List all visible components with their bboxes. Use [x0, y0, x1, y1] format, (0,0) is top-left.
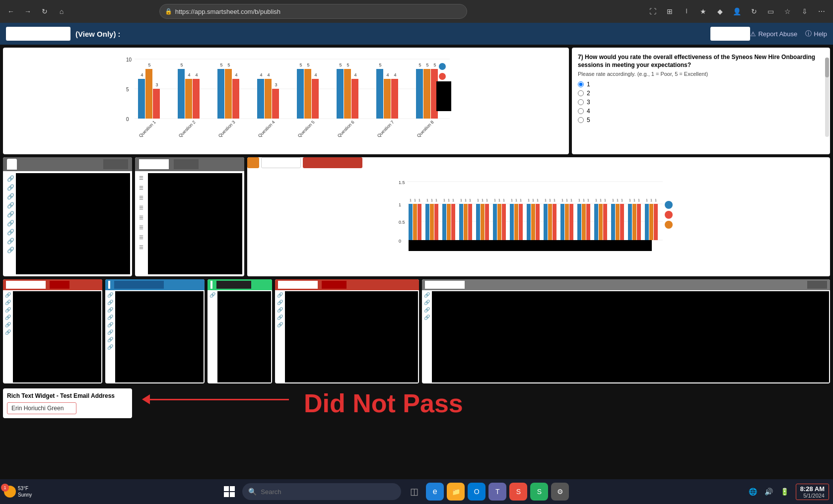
sp2-link-1[interactable]: 🔗: [107, 292, 114, 298]
sp2-link-5[interactable]: 🔗: [107, 322, 114, 327]
svg-text:4: 4: [195, 72, 198, 77]
sync-icon[interactable]: ↻: [747, 4, 762, 19]
sp4-tab[interactable]: [278, 281, 318, 289]
sp4-link-2[interactable]: 🔗: [277, 300, 284, 305]
panel2-tab2[interactable]: [174, 159, 199, 169]
sp5-tab[interactable]: [425, 281, 465, 289]
sp4-tab2[interactable]: [322, 281, 347, 289]
refresh-button[interactable]: ↻: [38, 4, 52, 18]
sp2-link-6[interactable]: 🔗: [107, 329, 114, 335]
link-icon-6[interactable]: 🔗: [7, 220, 14, 227]
split-icon[interactable]: ▭: [764, 4, 778, 19]
sp5-expand[interactable]: [807, 281, 827, 289]
chart-tab-2[interactable]: [261, 157, 301, 168]
sp1-tab[interactable]: [6, 281, 46, 289]
sp5-link-2[interactable]: 🔗: [424, 300, 431, 305]
app6-icon[interactable]: S: [530, 483, 548, 501]
sp4-link-4[interactable]: 🔗: [277, 315, 284, 320]
sp1-link-3[interactable]: 🔗: [5, 307, 12, 313]
bookmark-icon[interactable]: ☆: [780, 4, 795, 19]
sp4-link-1[interactable]: 🔗: [277, 292, 284, 298]
taskbar-search-bar[interactable]: 🔍: [242, 483, 401, 500]
sp2-link-8[interactable]: 🔗: [107, 344, 114, 350]
home-button[interactable]: ⌂: [55, 4, 69, 18]
forward-button[interactable]: →: [21, 4, 35, 18]
chart-tab-1[interactable]: [247, 157, 259, 168]
screen-share-icon[interactable]: ⛶: [645, 4, 660, 19]
text-icon-5: ☰: [139, 215, 146, 222]
edge-browser-icon[interactable]: e: [426, 483, 444, 501]
sp1-link-2[interactable]: 🔗: [5, 300, 12, 305]
settings-icon[interactable]: ⋯: [814, 4, 829, 19]
link-icon-2[interactable]: 🔗: [7, 184, 14, 191]
sp1-link-5[interactable]: 🔗: [5, 322, 12, 327]
address-bar[interactable]: 🔒: [159, 4, 467, 19]
sp1-tab2[interactable]: [50, 281, 69, 289]
task-view-button[interactable]: ◫: [405, 483, 423, 501]
sp2-link-3[interactable]: 🔗: [107, 307, 114, 313]
link-icon-1[interactable]: 🔗: [7, 175, 14, 182]
link-icon-3[interactable]: 🔗: [7, 193, 14, 200]
sp5-link-3[interactable]: 🔗: [424, 307, 431, 313]
radio-option-1[interactable]: 1: [578, 81, 824, 88]
panel1-tab2[interactable]: [103, 159, 128, 169]
radio-5[interactable]: [578, 117, 584, 123]
back-button[interactable]: ←: [4, 4, 18, 18]
radio-3[interactable]: [578, 99, 584, 105]
sp5-link-1[interactable]: 🔗: [424, 292, 431, 298]
radio-4[interactable]: [578, 108, 584, 114]
panel1-content: [16, 173, 130, 274]
start-button[interactable]: [220, 483, 238, 501]
download-icon[interactable]: ⇩: [797, 4, 812, 19]
weather-widget[interactable]: 1 53°F Sunny: [4, 485, 32, 498]
panel2-tab[interactable]: [139, 159, 169, 169]
rich-text-value[interactable]: Erin Horiuchi Green: [7, 402, 76, 414]
link-icon-4[interactable]: 🔗: [7, 202, 14, 209]
radio-option-2[interactable]: 2: [578, 90, 824, 97]
link-icon-8[interactable]: 🔗: [7, 238, 14, 245]
sp5-link-4[interactable]: 🔗: [424, 315, 431, 320]
scrollbar-thumb[interactable]: [825, 58, 829, 77]
sp1-link-4[interactable]: 🔗: [5, 315, 12, 320]
volume-icon[interactable]: 🔊: [762, 485, 776, 499]
battery-icon[interactable]: 🔋: [778, 485, 792, 499]
scrollbar-track[interactable]: [825, 58, 829, 137]
sp3-link-1[interactable]: 🔗: [209, 292, 216, 298]
radio-1[interactable]: [578, 81, 584, 87]
link-icon-7[interactable]: 🔗: [7, 229, 14, 236]
panel1-tab[interactable]: [7, 159, 17, 170]
chart-tab-3[interactable]: [303, 157, 362, 168]
radio-option-3[interactable]: 3: [578, 99, 824, 106]
star-icon[interactable]: ★: [696, 4, 711, 19]
teams-icon[interactable]: T: [488, 483, 506, 501]
sp2-link-7[interactable]: 🔗: [107, 337, 114, 342]
radio-option-5[interactable]: 5: [578, 117, 824, 124]
sp1-link-1[interactable]: 🔗: [5, 292, 12, 298]
outlook-icon[interactable]: O: [468, 483, 486, 501]
link-icon-9[interactable]: 🔗: [7, 247, 14, 253]
clock-widget[interactable]: 8:28 AM 5/1/2024: [796, 484, 829, 500]
network-icon[interactable]: 🌐: [746, 485, 760, 499]
grid-icon[interactable]: ⊞: [662, 4, 677, 19]
sp2-link-4[interactable]: 🔗: [107, 315, 114, 320]
sp2-tab[interactable]: [114, 281, 164, 289]
link-icon-5[interactable]: 🔗: [7, 211, 14, 218]
report-abuse-button[interactable]: ⚠ Report Abuse: [750, 30, 797, 38]
settings-taskbar-icon[interactable]: ⚙: [551, 483, 569, 501]
sp1-link-6[interactable]: 🔗: [5, 329, 12, 335]
main-content: 10 5 0 4 5 3 Question 1 5: [0, 45, 833, 479]
extension-icon[interactable]: ◆: [713, 4, 728, 19]
profile-icon[interactable]: 👤: [730, 4, 745, 19]
radio-2[interactable]: [578, 90, 584, 96]
taskbar-search-input[interactable]: [261, 488, 395, 496]
url-input[interactable]: [175, 8, 462, 15]
help-button[interactable]: ⓘ Help: [805, 29, 827, 38]
file-explorer-icon[interactable]: 📁: [447, 483, 465, 501]
sp4-link-5[interactable]: 🔗: [277, 322, 284, 327]
app5-icon[interactable]: S: [509, 483, 527, 501]
radio-option-4[interactable]: 4: [578, 108, 824, 115]
sp2-link-2[interactable]: 🔗: [107, 300, 114, 305]
sp4-link-3[interactable]: 🔗: [277, 307, 284, 313]
read-icon[interactable]: ｌ: [679, 4, 694, 19]
sp3-tab[interactable]: [216, 281, 251, 289]
